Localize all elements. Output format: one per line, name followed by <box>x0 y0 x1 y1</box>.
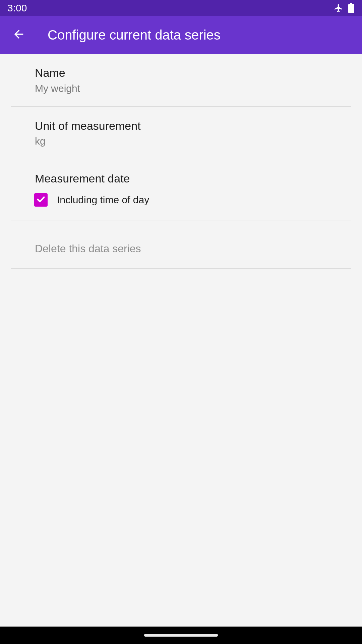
row-name-label: Name <box>35 66 351 80</box>
app-bar: Configure current data series <box>0 16 362 54</box>
content: Name My weight Unit of measurement kg Me… <box>0 54 362 269</box>
checkbox-row-time-of-day[interactable]: Including time of day <box>34 193 351 207</box>
checkbox-label: Including time of day <box>57 194 149 206</box>
row-measurement-date-label: Measurement date <box>35 171 351 186</box>
nav-home-pill[interactable] <box>144 634 218 637</box>
checkbox-time-of-day[interactable] <box>34 193 48 207</box>
check-icon <box>36 194 46 206</box>
airplane-mode-icon <box>334 3 343 13</box>
row-name[interactable]: Name My weight <box>11 54 351 107</box>
row-unit[interactable]: Unit of measurement kg <box>11 107 351 160</box>
row-unit-label: Unit of measurement <box>35 119 351 133</box>
delete-series-label: Delete this data series <box>35 243 351 255</box>
row-delete-series[interactable]: Delete this data series <box>11 229 351 269</box>
status-icons <box>334 3 355 13</box>
status-time: 3:00 <box>7 2 27 14</box>
status-bar: 3:00 <box>0 0 362 16</box>
page-title: Configure current data series <box>48 28 221 43</box>
row-measurement-date: Measurement date Including time of day <box>11 159 351 220</box>
system-nav-bar <box>0 627 362 644</box>
row-unit-value: kg <box>35 136 351 147</box>
spacer <box>11 220 351 229</box>
row-name-value: My weight <box>35 83 351 94</box>
back-button[interactable] <box>11 28 26 42</box>
arrow-back-icon <box>12 28 25 42</box>
battery-icon <box>348 3 355 13</box>
